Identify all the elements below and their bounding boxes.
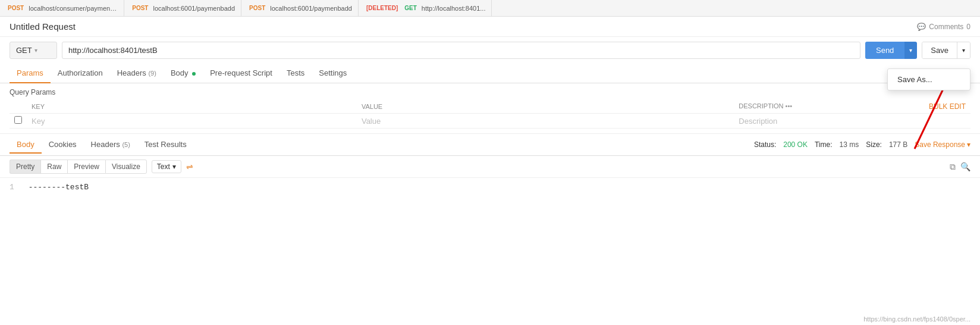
fmt-tab-raw[interactable]: Raw	[40, 160, 67, 174]
method-badge-post-3: POST	[247, 4, 267, 12]
resp-tab-body-label: Body	[17, 140, 34, 149]
save-dropdown-button[interactable]: ▾	[957, 42, 970, 58]
resp-tab-cookies[interactable]: Cookies	[42, 136, 84, 154]
save-as-popup: Save As...	[887, 68, 970, 90]
desc-placeholder: Description	[739, 117, 777, 126]
url-bar: GET ▾ Send ▾ Save ▾	[0, 37, 980, 64]
response-tabs: Body Cookies Headers (5) Test Results	[10, 136, 194, 153]
row-checkbox[interactable]	[10, 114, 27, 129]
app-container: POST localhost/consumer/paymenb... POST …	[0, 0, 980, 273]
tab-post-3[interactable]: POST localhost:6001/paymenbadd	[241, 0, 359, 17]
save-button-group: Save ▾	[922, 42, 970, 59]
tab-post-2[interactable]: POST localhost:6001/paymenbadd	[124, 0, 241, 17]
tab-body-label: Body	[171, 68, 189, 77]
tab-params[interactable]: Params	[10, 64, 51, 83]
params-table: KEY VALUE DESCRIPTION ••• Bulk Edit Key	[10, 100, 970, 129]
comments-label: Comments	[929, 23, 963, 31]
method-badge-post-2: POST	[130, 4, 150, 12]
line-content-1: --------testB	[29, 183, 89, 192]
fmt-tab-preview[interactable]: Preview	[67, 160, 105, 174]
response-tabs-bar: Body Cookies Headers (5) Test Results St…	[0, 134, 980, 156]
desc-header-text: DESCRIPTION	[739, 102, 783, 110]
comments-count: 0	[966, 23, 970, 31]
tab-url-1: localhost/consumer/paymenb...	[29, 5, 118, 12]
tab-url-4: http://localhost:8401...	[422, 5, 486, 12]
top-tabs-bar: POST localhost/consumer/paymenb... POST …	[0, 0, 980, 17]
more-options-icon[interactable]: •••	[786, 102, 793, 110]
tab-headers[interactable]: Headers (9)	[110, 64, 164, 83]
comments-icon: 💬	[917, 23, 926, 31]
size-value: 177 B	[889, 140, 907, 149]
row-checkbox-input[interactable]	[14, 116, 22, 124]
search-icon[interactable]: 🔍	[960, 162, 970, 171]
tab-url-2: localhost:6001/paymenbadd	[153, 5, 235, 12]
tab-settings-label: Settings	[319, 68, 347, 77]
tab-prerequest[interactable]: Pre-request Script	[203, 64, 279, 83]
method-value: GET	[16, 46, 32, 55]
value-placeholder: Value	[362, 117, 381, 126]
send-dropdown-button[interactable]: ▾	[904, 42, 917, 59]
method-badge-deleted: [DELETED]	[365, 4, 400, 12]
tab-params-label: Params	[17, 68, 43, 77]
fmt-tab-pretty[interactable]: Pretty	[10, 160, 40, 174]
key-cell[interactable]: Key	[27, 114, 357, 129]
format-tabs: Pretty Raw Preview Visualize	[10, 160, 147, 174]
resp-tab-headers-label: Headers	[91, 140, 120, 149]
save-button[interactable]: Save	[922, 42, 957, 58]
text-format-chevron-icon: ▾	[172, 162, 176, 171]
copy-icon[interactable]: ⧉	[950, 162, 956, 172]
key-col-header: KEY	[27, 100, 357, 114]
response-section: Body Cookies Headers (5) Test Results St…	[0, 133, 980, 273]
tab-settings[interactable]: Settings	[312, 64, 354, 83]
fmt-tab-visualize[interactable]: Visualize	[105, 160, 147, 174]
tab-prerequest-label: Pre-request Script	[210, 68, 272, 77]
resp-tab-testresults[interactable]: Test Results	[137, 136, 194, 154]
save-as-option[interactable]: Save As...	[888, 69, 970, 90]
tab-deleted[interactable]: [DELETED] GET http://localhost:8401...	[359, 0, 492, 17]
resp-tab-testresults-label: Test Results	[145, 140, 187, 149]
tab-authorization[interactable]: Authorization	[51, 64, 110, 83]
checkbox-col-header	[10, 100, 27, 114]
request-title: Untitled Request	[10, 21, 76, 32]
url-input[interactable]	[62, 42, 860, 59]
tab-tests-label: Tests	[287, 68, 304, 77]
tab-url-3: localhost:6001/paymenbadd	[270, 5, 352, 12]
resp-headers-badge: (5)	[122, 141, 130, 148]
resp-tab-headers[interactable]: Headers (5)	[84, 136, 137, 154]
resp-tab-body[interactable]: Body	[10, 136, 42, 154]
save-response-button[interactable]: Save Response ▾	[915, 140, 970, 149]
tab-tests[interactable]: Tests	[279, 64, 312, 83]
value-cell[interactable]: Value	[357, 114, 734, 129]
value-col-header: VALUE	[357, 100, 734, 114]
query-params-label: Query Params	[10, 88, 970, 96]
time-value: 13 ms	[840, 140, 859, 149]
desc-cell[interactable]: Description	[734, 114, 970, 129]
tab-authorization-label: Authorization	[58, 68, 103, 77]
method-selector[interactable]: GET ▾	[10, 42, 57, 59]
line-number-1: 1	[10, 183, 14, 192]
method-badge-post-1: POST	[6, 4, 26, 12]
comments-button[interactable]: 💬 Comments 0	[917, 23, 970, 31]
key-placeholder: Key	[32, 117, 45, 126]
save-response-chevron-icon: ▾	[967, 140, 970, 149]
text-format-selector[interactable]: Text ▾	[152, 160, 181, 173]
request-tabs: Params Authorization Headers (9) Body Pr…	[0, 64, 980, 83]
wrap-icon[interactable]: ⇌	[186, 162, 193, 171]
right-icons: ⧉ 🔍	[950, 162, 970, 172]
tab-headers-label: Headers	[117, 68, 146, 77]
tab-post-1[interactable]: POST localhost/consumer/paymenb...	[0, 0, 124, 17]
tab-body[interactable]: Body	[164, 64, 203, 83]
send-button[interactable]: Send	[865, 42, 904, 59]
send-button-group: Send ▾	[865, 42, 917, 59]
response-body-toolbar: Pretty Raw Preview Visualize Text ▾ ⇌ ⧉ …	[0, 156, 980, 178]
response-content: 1 --------testB	[0, 178, 980, 273]
time-label: Time:	[815, 140, 833, 149]
save-response-label: Save Response	[915, 140, 965, 149]
request-title-bar: Untitled Request 💬 Comments 0	[0, 17, 980, 37]
response-meta: Status: 200 OK Time: 13 ms Size: 177 B S…	[754, 140, 970, 149]
status-value: 200 OK	[783, 140, 808, 149]
params-empty-row: Key Value Description	[10, 114, 970, 129]
headers-badge: (9)	[148, 70, 156, 77]
query-params-section: Query Params KEY VALUE DESCRIPTION ••• B…	[0, 83, 980, 133]
bulk-edit-button[interactable]: Bulk Edit	[929, 102, 966, 111]
